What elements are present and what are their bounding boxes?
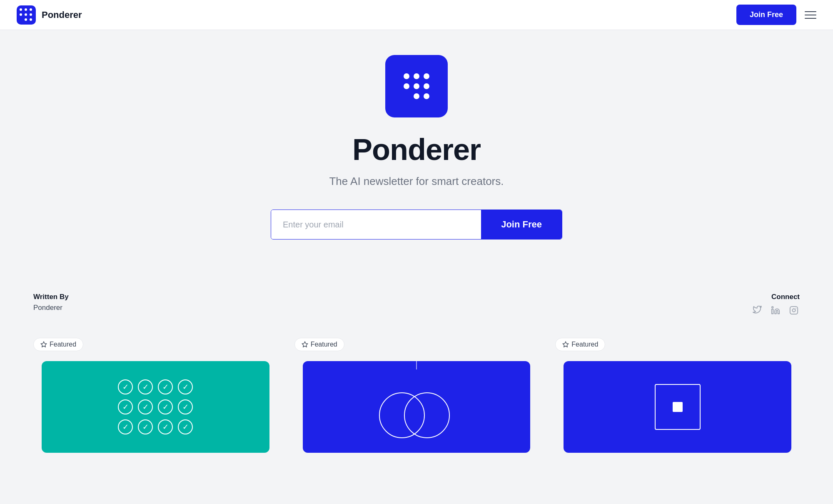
dot (404, 83, 409, 89)
twitter-icon[interactable] (751, 304, 763, 316)
card-wrapper-2: Featured (294, 338, 539, 453)
nav-brand-name: Ponderer (42, 10, 82, 20)
dot (414, 83, 419, 89)
hero-section: Ponderer The AI newsletter for smart cre… (0, 30, 833, 273)
check-circle: ✓ (158, 399, 173, 414)
connect-section: Connect (751, 293, 800, 316)
dot (424, 93, 429, 99)
nav-logo-icon (17, 5, 36, 25)
instagram-icon[interactable] (788, 304, 800, 316)
nav-brand: Ponderer (17, 5, 82, 25)
author-connect-section: Written By Ponderer Connect (0, 273, 833, 329)
join-free-nav-button[interactable]: Join Free (736, 5, 796, 25)
nav-right: Join Free (736, 5, 816, 25)
card-image-3 (564, 361, 791, 453)
check-circle: ✓ (178, 399, 193, 414)
navbar: Ponderer Join Free (0, 0, 833, 30)
featured-star-icon-2 (302, 341, 308, 348)
featured-badge-wrap-3: Featured (555, 338, 800, 361)
featured-star-icon-1 (40, 341, 47, 348)
card-1: ✓ ✓ ✓ ✓ ✓ ✓ ✓ ✓ ✓ ✓ ✓ ✓ (42, 361, 269, 453)
card-wrapper-3: Featured (555, 338, 800, 453)
featured-badge-wrap-1: Featured (33, 338, 278, 361)
join-free-hero-button[interactable]: Join Free (481, 210, 562, 239)
dot (424, 73, 429, 79)
check-circle: ✓ (158, 379, 173, 394)
hamburger-line (805, 11, 816, 12)
svg-marker-5 (302, 342, 307, 347)
check-circle: ✓ (138, 419, 153, 434)
hero-logo-dots (399, 69, 434, 103)
dot (30, 8, 32, 11)
hamburger-line (805, 18, 816, 19)
dot (404, 73, 409, 79)
email-signup-form: Join Free (271, 210, 562, 240)
card-3 (564, 361, 791, 453)
venn-circles (379, 386, 454, 444)
dot (25, 8, 27, 11)
featured-badge-wrap-2: Featured (294, 338, 539, 361)
nav-logo-dots (20, 8, 33, 22)
svg-rect-0 (772, 309, 773, 314)
featured-badge-2: Featured (294, 338, 344, 351)
venn-circle-right (404, 392, 450, 438)
square-icon-outer (655, 384, 701, 430)
hamburger-line (805, 15, 816, 15)
check-circle: ✓ (118, 419, 133, 434)
hero-title: Ponderer (352, 132, 481, 167)
checkmarks-grid: ✓ ✓ ✓ ✓ ✓ ✓ ✓ ✓ ✓ ✓ ✓ ✓ (118, 379, 193, 434)
check-circle: ✓ (138, 399, 153, 414)
hero-subtitle: The AI newsletter for smart creators. (329, 175, 504, 188)
dot (25, 13, 27, 16)
author-name: Ponderer (33, 304, 69, 312)
card-image-2 (303, 361, 531, 453)
written-by-label: Written By (33, 293, 69, 301)
dot (25, 18, 27, 21)
dot (20, 8, 22, 11)
featured-badge-label-2: Featured (311, 341, 337, 348)
venn-diagram (379, 369, 454, 444)
svg-marker-6 (563, 342, 569, 347)
card-2 (303, 361, 531, 453)
dot (414, 93, 419, 99)
svg-rect-2 (790, 307, 798, 314)
linkedin-icon[interactable] (770, 304, 781, 316)
featured-badge-label-3: Featured (571, 341, 598, 348)
dot (404, 93, 409, 99)
check-circle: ✓ (178, 379, 193, 394)
check-circle: ✓ (178, 419, 193, 434)
svg-point-1 (772, 307, 773, 308)
card-image-1: ✓ ✓ ✓ ✓ ✓ ✓ ✓ ✓ ✓ ✓ ✓ ✓ (42, 361, 269, 453)
dot (30, 13, 32, 16)
featured-badge-1: Featured (33, 338, 83, 351)
square-icon-inner (673, 402, 683, 412)
featured-star-icon-3 (562, 341, 569, 348)
written-by: Written By Ponderer (33, 293, 69, 312)
hamburger-menu-icon[interactable] (805, 11, 816, 19)
venn-line (416, 361, 417, 369)
hero-logo-icon (385, 55, 448, 117)
featured-badge-3: Featured (555, 338, 605, 351)
dot (30, 18, 32, 21)
social-icons (751, 304, 800, 316)
dot (20, 18, 22, 21)
email-input[interactable] (271, 210, 481, 239)
connect-label: Connect (751, 293, 800, 301)
check-circle: ✓ (158, 419, 173, 434)
dot (414, 73, 419, 79)
dot (424, 83, 429, 89)
svg-marker-4 (41, 342, 46, 347)
featured-badge-label-1: Featured (50, 341, 76, 348)
dot (20, 13, 22, 16)
check-circle: ✓ (118, 399, 133, 414)
check-circle: ✓ (138, 379, 153, 394)
card-wrapper-1: Featured ✓ ✓ ✓ ✓ ✓ ✓ ✓ ✓ ✓ ✓ ✓ ✓ (33, 338, 278, 453)
square-icon (655, 384, 701, 430)
check-circle: ✓ (118, 379, 133, 394)
featured-cards-section: Featured ✓ ✓ ✓ ✓ ✓ ✓ ✓ ✓ ✓ ✓ ✓ ✓ (0, 329, 833, 453)
